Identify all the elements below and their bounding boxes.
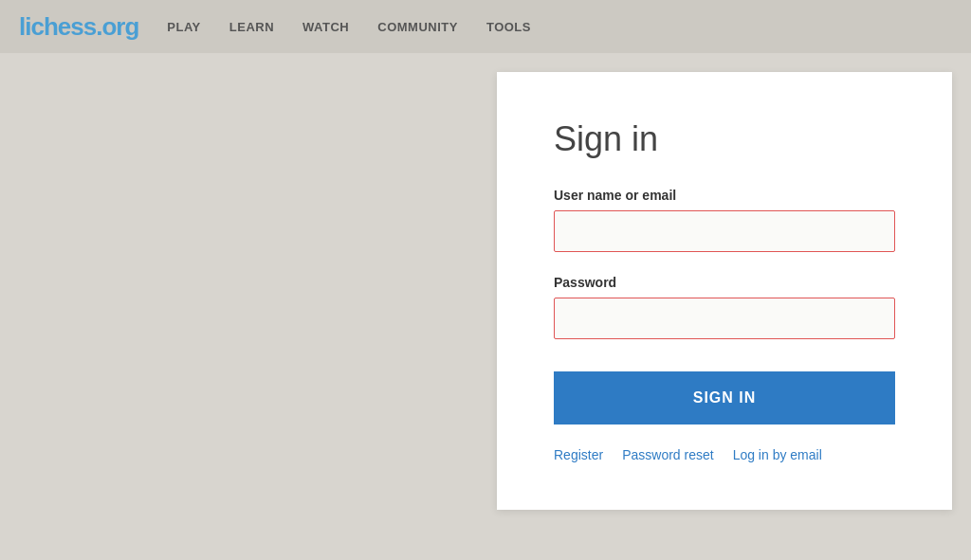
logo-tld: .org: [96, 12, 138, 41]
register-link[interactable]: Register: [554, 447, 603, 462]
nav-item-tools[interactable]: TOOLS: [486, 20, 531, 34]
password-reset-link[interactable]: Password reset: [622, 447, 713, 462]
nav-item-learn[interactable]: LEARN: [229, 20, 274, 34]
username-label: User name or email: [554, 188, 895, 203]
logo-text: lichess: [19, 12, 96, 41]
main-nav: PLAY LEARN WATCH COMMUNITY TOOLS: [167, 20, 531, 34]
signin-card: Sign in User name or email Password SIGN…: [497, 72, 952, 510]
password-input[interactable]: [554, 298, 895, 339]
username-input[interactable]: [554, 210, 895, 252]
password-group: Password: [554, 275, 895, 339]
username-group: User name or email: [554, 188, 895, 252]
nav-item-watch[interactable]: WATCH: [302, 20, 349, 34]
nav-item-community[interactable]: COMMUNITY: [377, 20, 458, 34]
links-row: Register Password reset Log in by email: [554, 447, 895, 462]
main-content: Sign in User name or email Password SIGN…: [0, 53, 971, 560]
nav-item-play[interactable]: PLAY: [167, 20, 200, 34]
log-in-by-email-link[interactable]: Log in by email: [733, 447, 822, 462]
header: lichess.org PLAY LEARN WATCH COMMUNITY T…: [0, 0, 971, 53]
password-label: Password: [554, 275, 895, 290]
site-logo[interactable]: lichess.org: [19, 12, 138, 42]
signin-title: Sign in: [554, 119, 895, 159]
signin-button[interactable]: SIGN IN: [554, 371, 895, 425]
